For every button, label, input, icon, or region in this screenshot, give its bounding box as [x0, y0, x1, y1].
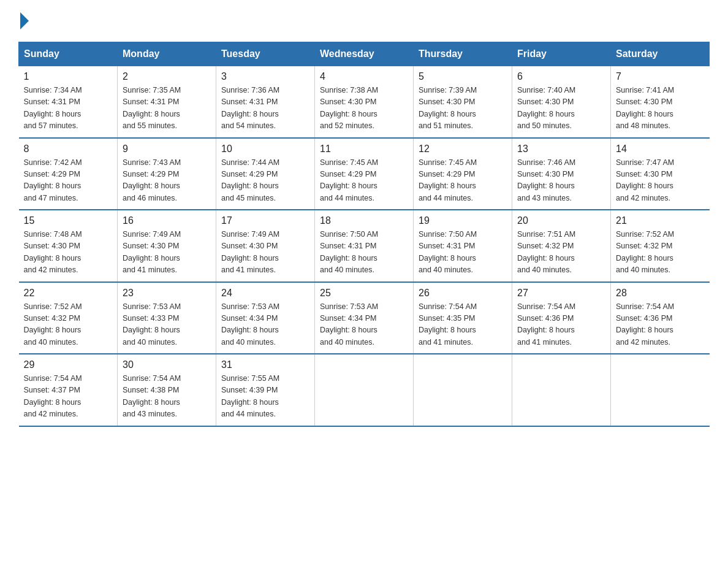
- day-info: Sunrise: 7:40 AMSunset: 4:30 PMDaylight:…: [517, 85, 605, 132]
- day-info: Sunrise: 7:47 AMSunset: 4:30 PMDaylight:…: [616, 157, 705, 205]
- day-info: Sunrise: 7:36 AMSunset: 4:31 PMDaylight:…: [221, 85, 309, 132]
- week-row-3: 15Sunrise: 7:48 AMSunset: 4:30 PMDayligh…: [19, 210, 710, 282]
- weekday-header-saturday: Saturday: [611, 42, 710, 66]
- day-info: Sunrise: 7:42 AMSunset: 4:29 PMDaylight:…: [24, 157, 113, 205]
- calendar-cell: 28Sunrise: 7:54 AMSunset: 4:36 PMDayligh…: [611, 282, 710, 354]
- weekday-row: SundayMondayTuesdayWednesdayThursdayFrid…: [19, 42, 710, 66]
- calendar-cell: 13Sunrise: 7:46 AMSunset: 4:30 PMDayligh…: [512, 138, 611, 210]
- day-number: 21: [616, 215, 705, 226]
- calendar-cell: 18Sunrise: 7:50 AMSunset: 4:31 PMDayligh…: [315, 210, 414, 282]
- calendar-cell: 20Sunrise: 7:51 AMSunset: 4:32 PMDayligh…: [512, 210, 611, 282]
- day-info: Sunrise: 7:43 AMSunset: 4:29 PMDaylight:…: [123, 157, 211, 205]
- calendar-cell: 8Sunrise: 7:42 AMSunset: 4:29 PMDaylight…: [19, 138, 118, 210]
- calendar-cell: 26Sunrise: 7:54 AMSunset: 4:35 PMDayligh…: [414, 282, 512, 354]
- day-number: 27: [517, 288, 605, 299]
- day-info: Sunrise: 7:53 AMSunset: 4:34 PMDaylight:…: [221, 301, 309, 349]
- day-number: 16: [123, 215, 211, 226]
- day-info: Sunrise: 7:54 AMSunset: 4:37 PMDaylight:…: [24, 373, 113, 421]
- day-number: 31: [221, 359, 309, 370]
- day-info: Sunrise: 7:44 AMSunset: 4:29 PMDaylight:…: [221, 157, 309, 205]
- calendar-cell: 12Sunrise: 7:45 AMSunset: 4:29 PMDayligh…: [414, 138, 512, 210]
- day-info: Sunrise: 7:34 AMSunset: 4:31 PMDaylight:…: [24, 85, 113, 132]
- day-number: 30: [123, 359, 211, 370]
- calendar-cell: [512, 354, 611, 426]
- day-number: 10: [221, 144, 309, 155]
- day-info: Sunrise: 7:50 AMSunset: 4:31 PMDaylight:…: [320, 229, 408, 277]
- week-row-5: 29Sunrise: 7:54 AMSunset: 4:37 PMDayligh…: [19, 354, 710, 426]
- calendar-cell: 14Sunrise: 7:47 AMSunset: 4:30 PMDayligh…: [611, 138, 710, 210]
- day-number: 24: [221, 288, 309, 299]
- logo-triangle-icon: [20, 12, 29, 29]
- day-info: Sunrise: 7:35 AMSunset: 4:31 PMDaylight:…: [123, 85, 211, 132]
- calendar-cell: 7Sunrise: 7:41 AMSunset: 4:30 PMDaylight…: [611, 66, 710, 138]
- day-number: 14: [616, 144, 705, 155]
- day-info: Sunrise: 7:54 AMSunset: 4:36 PMDaylight:…: [616, 301, 705, 349]
- weekday-header-monday: Monday: [118, 42, 216, 66]
- day-info: Sunrise: 7:53 AMSunset: 4:33 PMDaylight:…: [123, 301, 211, 349]
- calendar-cell: 25Sunrise: 7:53 AMSunset: 4:34 PMDayligh…: [315, 282, 414, 354]
- day-number: 23: [123, 288, 211, 299]
- day-info: Sunrise: 7:51 AMSunset: 4:32 PMDaylight:…: [517, 229, 605, 277]
- day-number: 20: [517, 215, 605, 226]
- calendar-cell: 19Sunrise: 7:50 AMSunset: 4:31 PMDayligh…: [414, 210, 512, 282]
- day-number: 19: [419, 215, 507, 226]
- calendar-cell: 17Sunrise: 7:49 AMSunset: 4:30 PMDayligh…: [216, 210, 315, 282]
- calendar-cell: 15Sunrise: 7:48 AMSunset: 4:30 PMDayligh…: [19, 210, 118, 282]
- day-info: Sunrise: 7:54 AMSunset: 4:35 PMDaylight:…: [419, 301, 507, 349]
- day-number: 25: [320, 288, 408, 299]
- weekday-header-friday: Friday: [512, 42, 611, 66]
- calendar-body: 1Sunrise: 7:34 AMSunset: 4:31 PMDaylight…: [19, 66, 710, 426]
- calendar-cell: 30Sunrise: 7:54 AMSunset: 4:38 PMDayligh…: [118, 354, 216, 426]
- day-number: 28: [616, 288, 705, 299]
- day-info: Sunrise: 7:45 AMSunset: 4:29 PMDaylight:…: [419, 157, 507, 205]
- calendar-cell: 6Sunrise: 7:40 AMSunset: 4:30 PMDaylight…: [512, 66, 611, 138]
- week-row-1: 1Sunrise: 7:34 AMSunset: 4:31 PMDaylight…: [19, 66, 710, 138]
- calendar-cell: 16Sunrise: 7:49 AMSunset: 4:30 PMDayligh…: [118, 210, 216, 282]
- day-number: 2: [123, 71, 211, 82]
- day-number: 5: [419, 71, 507, 82]
- day-number: 9: [123, 144, 211, 155]
- day-info: Sunrise: 7:55 AMSunset: 4:39 PMDaylight:…: [221, 373, 309, 421]
- day-number: 18: [320, 215, 408, 226]
- day-number: 26: [419, 288, 507, 299]
- weekday-header-tuesday: Tuesday: [216, 42, 315, 66]
- calendar-cell: 29Sunrise: 7:54 AMSunset: 4:37 PMDayligh…: [19, 354, 118, 426]
- calendar-header: SundayMondayTuesdayWednesdayThursdayFrid…: [19, 42, 710, 66]
- day-number: 3: [221, 71, 309, 82]
- calendar-cell: 23Sunrise: 7:53 AMSunset: 4:33 PMDayligh…: [118, 282, 216, 354]
- day-info: Sunrise: 7:52 AMSunset: 4:32 PMDaylight:…: [24, 301, 113, 349]
- calendar-cell: 4Sunrise: 7:38 AMSunset: 4:30 PMDaylight…: [315, 66, 414, 138]
- calendar-cell: 11Sunrise: 7:45 AMSunset: 4:29 PMDayligh…: [315, 138, 414, 210]
- day-info: Sunrise: 7:50 AMSunset: 4:31 PMDaylight:…: [419, 229, 507, 277]
- calendar-cell: 22Sunrise: 7:52 AMSunset: 4:32 PMDayligh…: [19, 282, 118, 354]
- day-number: 1: [24, 71, 113, 82]
- calendar-cell: 10Sunrise: 7:44 AMSunset: 4:29 PMDayligh…: [216, 138, 315, 210]
- day-number: 4: [320, 71, 408, 82]
- page-header: [18, 12, 710, 29]
- day-number: 13: [517, 144, 605, 155]
- day-info: Sunrise: 7:49 AMSunset: 4:30 PMDaylight:…: [221, 229, 309, 277]
- day-info: Sunrise: 7:53 AMSunset: 4:34 PMDaylight:…: [320, 301, 408, 349]
- weekday-header-sunday: Sunday: [19, 42, 118, 66]
- day-number: 11: [320, 144, 408, 155]
- week-row-2: 8Sunrise: 7:42 AMSunset: 4:29 PMDaylight…: [19, 138, 710, 210]
- day-info: Sunrise: 7:39 AMSunset: 4:30 PMDaylight:…: [419, 85, 507, 132]
- calendar-cell: 1Sunrise: 7:34 AMSunset: 4:31 PMDaylight…: [19, 66, 118, 138]
- weekday-header-thursday: Thursday: [414, 42, 512, 66]
- calendar-cell: 9Sunrise: 7:43 AMSunset: 4:29 PMDaylight…: [118, 138, 216, 210]
- day-number: 12: [419, 144, 507, 155]
- calendar-cell: 21Sunrise: 7:52 AMSunset: 4:32 PMDayligh…: [611, 210, 710, 282]
- day-number: 22: [24, 288, 113, 299]
- day-number: 8: [24, 144, 113, 155]
- day-info: Sunrise: 7:38 AMSunset: 4:30 PMDaylight:…: [320, 85, 408, 132]
- calendar-cell: 3Sunrise: 7:36 AMSunset: 4:31 PMDaylight…: [216, 66, 315, 138]
- day-info: Sunrise: 7:54 AMSunset: 4:36 PMDaylight:…: [517, 301, 605, 349]
- day-number: 6: [517, 71, 605, 82]
- day-number: 7: [616, 71, 705, 82]
- day-info: Sunrise: 7:49 AMSunset: 4:30 PMDaylight:…: [123, 229, 211, 277]
- calendar-table: SundayMondayTuesdayWednesdayThursdayFrid…: [18, 42, 710, 427]
- day-number: 29: [24, 359, 113, 370]
- day-info: Sunrise: 7:54 AMSunset: 4:38 PMDaylight:…: [123, 373, 211, 421]
- day-info: Sunrise: 7:46 AMSunset: 4:30 PMDaylight:…: [517, 157, 605, 205]
- week-row-4: 22Sunrise: 7:52 AMSunset: 4:32 PMDayligh…: [19, 282, 710, 354]
